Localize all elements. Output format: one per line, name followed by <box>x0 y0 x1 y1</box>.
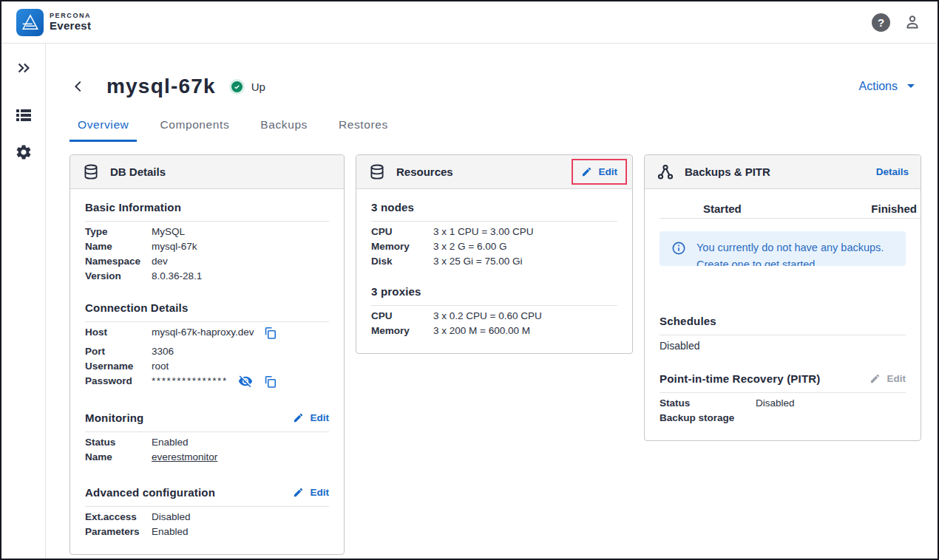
pencil-icon <box>581 166 592 177</box>
sidebar-settings-icon[interactable] <box>13 142 34 163</box>
info-icon <box>671 241 686 256</box>
copy-host-icon[interactable] <box>263 326 277 340</box>
row-backup-storage: Backup storage <box>660 411 906 426</box>
resources-title: Resources <box>396 165 453 178</box>
brand[interactable]: PERCONA Everest <box>16 9 91 36</box>
alert-text: You currently do not have any backups. C… <box>696 239 894 266</box>
sidebar-collapse-icon[interactable] <box>13 58 34 78</box>
app-window: PERCONA Everest ? <box>0 0 939 560</box>
monitoring-title: Monitoring <box>85 412 143 424</box>
tab-bar: Overview Components Backups Restores <box>70 118 921 142</box>
row-proxies-cpu: CPU3 x 0.2 CPU = 0.60 CPU <box>371 309 617 324</box>
basic-info-title: Basic Information <box>85 201 181 214</box>
row-ext-access: Ext.accessDisabled <box>85 510 329 525</box>
proxies-title: 3 proxies <box>371 285 421 298</box>
sidebar-databases-icon[interactable] <box>13 105 34 126</box>
connection-details-title: Connection Details <box>85 301 188 314</box>
actions-button[interactable]: Actions <box>859 80 921 93</box>
sidebar <box>1 44 46 559</box>
help-icon[interactable]: ? <box>872 13 890 32</box>
row-host: Host mysql-67k-haproxy.dev <box>85 325 329 340</box>
row-pitr-status: StatusDisabled <box>660 396 906 411</box>
col-finished: Finished <box>871 202 917 215</box>
tab-components[interactable]: Components <box>152 118 237 142</box>
advanced-edit-button[interactable]: Edit <box>293 487 330 498</box>
main-content: mysql-67k Up Actions Overview Components… <box>46 44 938 559</box>
pencil-icon <box>293 412 304 423</box>
row-namespace: Namespacedev <box>85 254 329 269</box>
brand-everest: Everest <box>50 20 91 33</box>
row-port: Port3306 <box>85 344 329 359</box>
backups-card: Backups & PITR Details Started Finished … <box>644 154 921 441</box>
caret-down-icon <box>906 83 915 89</box>
topbar-icons: ? <box>872 13 921 32</box>
page-title: mysql-67k <box>106 75 216 98</box>
show-password-icon[interactable] <box>238 374 253 389</box>
brand-text: PERCONA Everest <box>50 13 91 32</box>
db-details-title: DB Details <box>110 165 166 178</box>
resources-card: Resources Edit 3 nodes CPU3 x 1 CPU = 3.… <box>356 154 633 354</box>
monitoring-edit-button[interactable]: Edit <box>293 412 330 423</box>
row-version: Version8.0.36-28.1 <box>85 269 329 284</box>
row-nodes-memory: Memory3 x 2 G = 6.00 G <box>371 239 617 254</box>
row-name: Namemysql-67k <box>85 239 329 254</box>
row-nodes-cpu: CPU3 x 1 CPU = 3.00 CPU <box>371 225 617 239</box>
copy-password-icon[interactable] <box>263 375 277 389</box>
tab-backups[interactable]: Backups <box>252 118 316 142</box>
tab-restores[interactable]: Restores <box>330 118 396 142</box>
col-started: Started <box>703 202 742 215</box>
row-schedules: Disabled <box>660 338 906 353</box>
pitr-title: Point-in-time Recovery (PITR) <box>660 372 821 385</box>
advanced-config-title: Advanced configuration <box>85 486 215 499</box>
back-button[interactable] <box>70 78 87 95</box>
nodes-title: 3 nodes <box>371 201 414 214</box>
backups-details-link[interactable]: Details <box>876 166 909 177</box>
percona-logo-icon <box>16 9 44 36</box>
pencil-icon <box>293 487 304 498</box>
monitoring-name-link[interactable]: everestmonitor <box>152 450 217 465</box>
no-backups-alert: You currently do not have any backups. C… <box>660 231 906 266</box>
resources-edit-button[interactable]: Edit <box>572 159 628 185</box>
db-details-card: DB Details Basic Information TypeMySQL N… <box>70 154 345 555</box>
row-parameters: ParametersEnabled <box>85 525 329 539</box>
row-type: TypeMySQL <box>85 225 329 239</box>
backups-title: Backups & PITR <box>685 165 770 178</box>
schedules-title: Schedules <box>660 315 716 327</box>
tab-overview[interactable]: Overview <box>70 118 137 142</box>
top-bar: PERCONA Everest ? <box>1 1 938 44</box>
database-icon <box>82 163 100 181</box>
row-username: Usernameroot <box>85 359 329 374</box>
user-icon[interactable] <box>904 13 921 31</box>
status-badge: Up <box>229 79 265 95</box>
database-icon <box>368 163 386 181</box>
pitr-edit-button[interactable]: Edit <box>869 373 906 384</box>
status-text: Up <box>251 81 265 93</box>
row-password: Password *************** <box>85 374 329 389</box>
network-icon <box>657 163 674 181</box>
pencil-icon <box>869 373 881 384</box>
row-monitoring-status: StatusEnabled <box>85 435 329 450</box>
row-nodes-disk: Disk3 x 25 Gi = 75.00 Gi <box>371 254 617 269</box>
row-proxies-memory: Memory3 x 200 M = 600.00 M <box>371 324 617 338</box>
status-up-icon <box>229 79 245 95</box>
row-monitoring-name: Nameeverestmonitor <box>85 450 329 465</box>
